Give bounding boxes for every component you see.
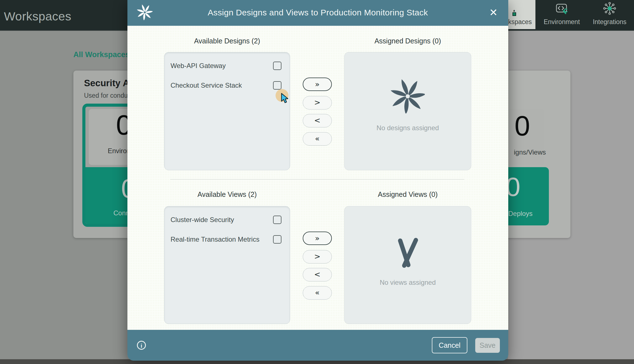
views-v-empty-icon [344, 237, 471, 269]
available-views-header: Available Views (2) [164, 190, 290, 199]
designs-move-all-left-button[interactable]: « [303, 132, 332, 146]
view-item-label: Cluster-wide Security [171, 216, 234, 224]
designs-move-all-right-button[interactable]: » [303, 78, 332, 91]
views-move-left-button[interactable]: < [303, 268, 332, 281]
assigned-designs-header: Assigned Designs (0) [345, 37, 471, 45]
designs-views-count: 0 [504, 110, 540, 142]
tab-integrations[interactable]: Integrations [585, 0, 634, 29]
checkbox-checkout-service-stack[interactable] [273, 81, 281, 90]
modal-body: Available Designs (2) Assigned Designs (… [127, 26, 508, 330]
breadcrumb-all-workspaces-link[interactable]: All Workspaces [73, 50, 130, 59]
views-move-all-right-button[interactable]: » [303, 232, 332, 245]
available-designs-header: Available Designs (2) [164, 37, 290, 45]
close-icon[interactable]: ✕ [488, 7, 499, 18]
checkbox-cluster-wide-security[interactable] [273, 216, 281, 224]
view-item-label: Real-time Transaction Metrics [171, 235, 259, 243]
designs-move-right-button[interactable]: > [303, 96, 332, 109]
mouse-cursor-icon [281, 93, 291, 105]
integrations-icon [603, 2, 616, 16]
tab-environment[interactable]: Environment [535, 0, 588, 29]
environment-icon [555, 3, 568, 16]
available-designs-list: Web-API Gateway Checkout Service Stack [164, 52, 290, 170]
designs-move-left-button[interactable]: < [303, 114, 332, 127]
views-move-all-left-button[interactable]: « [303, 286, 332, 300]
design-item-label: Checkout Service Stack [171, 81, 242, 89]
tab-integrations-label: Integrations [593, 18, 626, 26]
screen: Workspaces ▲ Workspaces Environment [0, 0, 634, 364]
available-views-list: Cluster-wide Security Real-time Transact… [164, 206, 290, 324]
cancel-button[interactable]: Cancel [432, 337, 467, 353]
section-divider [170, 179, 464, 179]
design-item-label: Web-API Gateway [171, 62, 226, 70]
list-item-web-api-gateway[interactable]: Web-API Gateway [171, 58, 281, 74]
no-views-assigned-text: No views assigned [344, 279, 471, 286]
page-title: Workspaces [4, 10, 71, 23]
modal-footer: i Cancel Save [127, 330, 508, 361]
modal-header: Assign Designs and Views to Production M… [127, 0, 508, 26]
list-item-real-time-transaction-metrics[interactable]: Real-time Transaction Metrics [171, 232, 281, 247]
list-item-checkout-service-stack[interactable]: Checkout Service Stack [171, 78, 281, 93]
checkbox-real-time-transaction-metrics[interactable] [273, 235, 281, 244]
tab-environment-label: Environment [544, 18, 580, 26]
views-move-right-button[interactable]: > [303, 250, 332, 263]
assigned-views-header: Assigned Views (0) [345, 190, 471, 199]
no-designs-assigned-text: No designs assigned [344, 124, 471, 132]
modal-title: Assign Designs and Views to Production M… [127, 8, 508, 17]
deploys-label: Deploys [508, 210, 533, 218]
info-icon[interactable]: i [137, 341, 146, 350]
save-button[interactable]: Save [475, 338, 500, 353]
designs-views-label: igns/Views [514, 148, 546, 156]
assign-designs-views-modal: Assign Designs and Views to Production M… [127, 0, 508, 361]
workspace-card-subtitle: Used for conduc [84, 92, 131, 99]
checkbox-web-api-gateway[interactable] [273, 62, 281, 70]
assigned-views-panel: No views assigned [344, 206, 471, 324]
assigned-designs-panel: No designs assigned [344, 52, 471, 170]
meshery-spiral-empty-icon [344, 79, 471, 113]
list-item-cluster-wide-security[interactable]: Cluster-wide Security [171, 212, 281, 228]
workspaces-icon: ▲ [512, 9, 516, 16]
